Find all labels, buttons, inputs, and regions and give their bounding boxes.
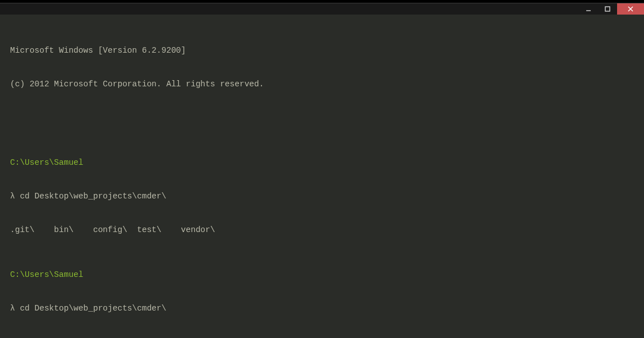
- terminal-content[interactable]: Microsoft Windows [Version 6.2.9200] (c)…: [0, 15, 644, 338]
- header-line-2: (c) 2012 Microsoft Corporation. All righ…: [10, 78, 634, 90]
- directory-listing: .git\ bin\ config\ test\ vendor\: [10, 224, 634, 235]
- svg-rect-1: [605, 7, 610, 11]
- prompt-path: C:\Users\Samuel: [10, 157, 634, 168]
- command-line: λ cd Desktop\web_projects\cmder\: [10, 303, 634, 314]
- terminal-window: Microsoft Windows [Version 6.2.9200] (c)…: [0, 0, 644, 338]
- title-bar: [0, 3, 644, 15]
- cd-command: cd Desktop\web_projects\cmder\: [15, 304, 167, 313]
- header-line-1: Microsoft Windows [Version 6.2.9200]: [10, 45, 634, 56]
- close-button[interactable]: [617, 3, 644, 15]
- blank-line: [10, 112, 634, 123]
- command-line: λ cd Desktop\web_projects\cmder\: [10, 191, 634, 202]
- window-controls: [579, 3, 644, 15]
- maximize-button[interactable]: [598, 3, 617, 15]
- prompt-path: C:\Users\Samuel: [10, 269, 634, 280]
- lambda-prompt: λ: [10, 304, 15, 313]
- lambda-prompt: λ: [10, 192, 15, 201]
- minimize-button[interactable]: [579, 3, 598, 15]
- cd-command: cd Desktop\web_projects\cmder\: [15, 192, 167, 201]
